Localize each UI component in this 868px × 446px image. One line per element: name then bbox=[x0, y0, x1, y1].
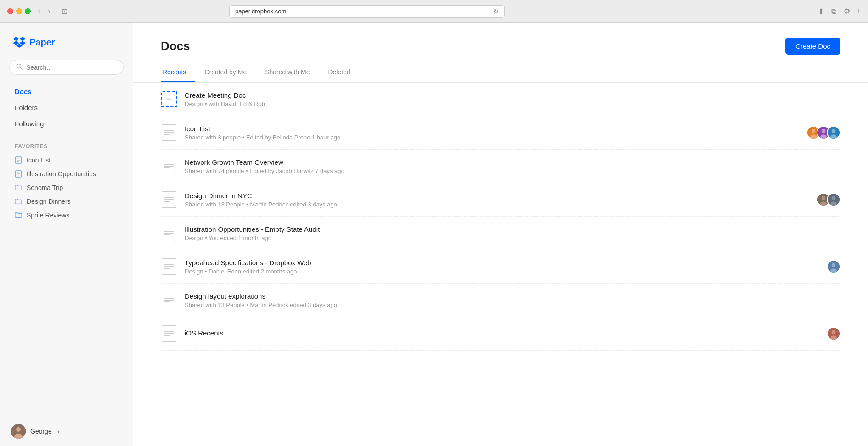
doc-avatars-ios-recents bbox=[827, 327, 840, 340]
doc-name-create-meeting: Create Meeting Doc bbox=[185, 91, 840, 99]
tab-deleted[interactable]: Deleted bbox=[326, 64, 359, 82]
user-name: George bbox=[30, 428, 52, 435]
fav-item-icon-list[interactable]: Icon List bbox=[9, 153, 124, 167]
doc-item-icon: + bbox=[161, 91, 177, 107]
doc-item-network-growth[interactable]: Network Growth Team Overview Shared with… bbox=[161, 150, 840, 183]
document-icon bbox=[162, 258, 176, 275]
reload-button[interactable]: ↻ bbox=[493, 8, 499, 15]
doc-item-typeahead[interactable]: Typeahead Specifications - Dropbox Web D… bbox=[161, 250, 840, 284]
search-icon bbox=[16, 63, 23, 71]
doc-info: Design layout explorations Shared with 1… bbox=[185, 292, 840, 308]
search-input[interactable] bbox=[26, 64, 117, 71]
sidebar-item-following[interactable]: Following bbox=[9, 116, 124, 131]
forward-button[interactable]: › bbox=[45, 6, 53, 17]
avatar bbox=[827, 126, 840, 139]
add-tab-button[interactable]: + bbox=[856, 6, 861, 16]
doc-item-design-layout[interactable]: Design layout explorations Shared with 1… bbox=[161, 284, 840, 317]
doc-item-icon bbox=[161, 191, 177, 208]
fav-item-design-dinners[interactable]: Design Dinners bbox=[9, 195, 124, 208]
tabs-container: Recents Created by Me Shared with Me Del… bbox=[133, 55, 868, 83]
folder-icon bbox=[15, 198, 22, 205]
sidebar-item-folders[interactable]: Folders bbox=[9, 100, 124, 115]
svg-point-14 bbox=[812, 129, 816, 133]
doc-item-design-dinner[interactable]: Design Dinner in NYC Shared with 13 Peop… bbox=[161, 183, 840, 217]
doc-info: Design Dinner in NYC Shared with 13 Peop… bbox=[185, 192, 817, 208]
document-icon bbox=[162, 225, 176, 241]
svg-point-23 bbox=[822, 196, 826, 200]
doc-icon bbox=[15, 170, 22, 178]
fav-label-sprite-reviews: Sprite Reviews bbox=[27, 212, 69, 219]
doc-item-illustration[interactable]: Illustration Opportunities - Empty State… bbox=[161, 217, 840, 250]
svg-point-17 bbox=[822, 129, 826, 133]
doc-info: Create Meeting Doc Design • with David, … bbox=[185, 91, 840, 107]
browser-chrome: ‹ › ⊡ paper.dropbox.com ↻ ⬆ ⧉ ⚙ + bbox=[0, 0, 868, 23]
doc-item-icon bbox=[161, 325, 177, 342]
doc-item-ios-recents[interactable]: iOS Recents bbox=[161, 317, 840, 351]
sidebar-item-docs[interactable]: Docs bbox=[9, 84, 124, 99]
main-content: Docs Create Doc Recents Created by Me Sh… bbox=[133, 23, 868, 446]
fav-item-sonoma-trip[interactable]: Sonoma Trip bbox=[9, 181, 124, 195]
logo-text: Paper bbox=[29, 37, 55, 48]
svg-point-11 bbox=[16, 427, 21, 432]
doc-avatars-icon-list bbox=[806, 126, 840, 139]
search-input-wrapper[interactable] bbox=[9, 60, 124, 75]
doc-info: Network Growth Team Overview Shared with… bbox=[185, 158, 840, 174]
create-doc-button[interactable]: Create Doc bbox=[785, 38, 840, 55]
doc-item-icon-list[interactable]: Icon List Shared with 3 people • Edited … bbox=[161, 116, 840, 150]
share-icon[interactable]: ⬆ bbox=[816, 5, 826, 17]
svg-point-29 bbox=[832, 263, 836, 267]
traffic-lights bbox=[7, 8, 31, 14]
doc-meta-icon-list: Shared with 3 people • Edited by Belinda… bbox=[185, 134, 806, 141]
docs-list: + Create Meeting Doc Design • with David… bbox=[133, 83, 868, 446]
doc-name-typeahead: Typeahead Specifications - Dropbox Web bbox=[185, 259, 827, 267]
avatar bbox=[11, 424, 26, 439]
doc-name-network-growth: Network Growth Team Overview bbox=[185, 158, 840, 166]
doc-info: Illustration Opportunities - Empty State… bbox=[185, 225, 840, 241]
browser-actions: ⬆ ⧉ ⚙ + bbox=[816, 5, 861, 17]
fav-item-illustration-opportunities[interactable]: Illustration Opportunities bbox=[9, 167, 124, 181]
fav-label-icon-list: Icon List bbox=[27, 156, 51, 164]
doc-item-icon bbox=[161, 225, 177, 241]
document-icon bbox=[162, 124, 176, 141]
avatar bbox=[827, 260, 840, 273]
sidebar-logo: Paper bbox=[0, 36, 133, 60]
close-button[interactable] bbox=[7, 8, 13, 14]
document-icon bbox=[162, 158, 176, 174]
doc-info: Typeahead Specifications - Dropbox Web D… bbox=[185, 259, 827, 275]
fullscreen-button[interactable] bbox=[25, 8, 31, 14]
doc-meta-network-growth: Shared with 74 people • Edited by Jacob … bbox=[185, 167, 840, 174]
tab-created-by-me[interactable]: Created by Me bbox=[203, 64, 256, 82]
doc-item-create-meeting[interactable]: + Create Meeting Doc Design • with David… bbox=[161, 83, 840, 116]
doc-name-icon-list: Icon List bbox=[185, 125, 806, 133]
fav-label-sonoma-trip: Sonoma Trip bbox=[27, 184, 63, 191]
fav-item-sprite-reviews[interactable]: Sprite Reviews bbox=[9, 208, 124, 222]
tab-shared-with-me[interactable]: Shared with Me bbox=[263, 64, 319, 82]
doc-info: iOS Recents bbox=[185, 329, 827, 338]
document-icon bbox=[162, 292, 176, 308]
nav-items: Docs Folders Following bbox=[0, 84, 133, 132]
app-container: Paper Docs Folders Following Favorites bbox=[0, 23, 868, 446]
main-header: Docs Create Doc bbox=[133, 23, 868, 55]
favorites-section: Favorites Icon List Illustration Oppo bbox=[0, 141, 133, 222]
fav-label-design-dinners: Design Dinners bbox=[27, 198, 71, 205]
favorites-title: Favorites bbox=[9, 141, 124, 153]
doc-item-icon bbox=[161, 292, 177, 308]
tab-overview-icon[interactable]: ⧉ bbox=[829, 6, 838, 17]
search-container bbox=[0, 60, 133, 84]
back-button[interactable]: ‹ bbox=[35, 6, 43, 17]
doc-avatars-typeahead bbox=[827, 260, 840, 273]
user-profile[interactable]: George ▾ bbox=[0, 417, 133, 446]
tabs: Recents Created by Me Shared with Me Del… bbox=[161, 64, 840, 82]
url-bar[interactable]: paper.dropbox.com ↻ bbox=[229, 5, 505, 18]
doc-name-design-dinner: Design Dinner in NYC bbox=[185, 192, 817, 200]
tab-recents[interactable]: Recents bbox=[161, 64, 195, 82]
doc-meta-design-layout: Shared with 13 People • Martin Pedrick e… bbox=[185, 301, 840, 308]
sidebar-toggle-button[interactable]: ⊡ bbox=[58, 6, 71, 17]
minimize-button[interactable] bbox=[16, 8, 22, 14]
create-meeting-icon: + bbox=[161, 91, 177, 107]
doc-item-icon bbox=[161, 124, 177, 141]
doc-meta-design-dinner: Shared with 13 People • Martin Pedrick e… bbox=[185, 201, 817, 208]
extensions-icon[interactable]: ⚙ bbox=[842, 5, 852, 17]
dropbox-icon bbox=[13, 36, 26, 49]
document-icon bbox=[162, 325, 176, 342]
